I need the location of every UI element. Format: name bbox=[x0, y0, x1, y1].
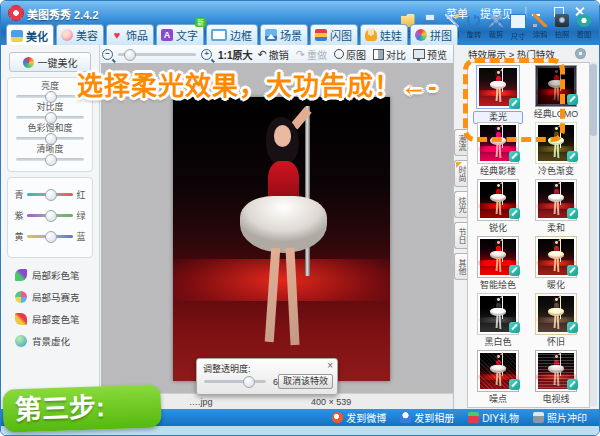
main-tab[interactable]: 闪图 bbox=[310, 24, 358, 45]
toolbar-icon bbox=[533, 14, 547, 27]
adjust-slider[interactable] bbox=[16, 116, 84, 119]
window-title: 美图秀秀 2.4.2 bbox=[27, 6, 99, 22]
actual-size-button[interactable]: 1:1原大 bbox=[218, 47, 252, 62]
local-tool-button[interactable]: 局部彩色笔 bbox=[15, 268, 99, 282]
new-badge: 新 bbox=[195, 18, 206, 27]
main-tab[interactable]: 文字 新 bbox=[156, 24, 204, 45]
original-icon bbox=[334, 49, 344, 59]
adjust-slider[interactable] bbox=[16, 95, 84, 98]
effect-thumbnail[interactable]: 柔光 bbox=[473, 65, 523, 124]
main-tab[interactable]: 拼图 bbox=[410, 24, 458, 45]
effect-thumbnail[interactable]: 怀旧 bbox=[531, 293, 581, 348]
undo-button[interactable]: ↶撤销 bbox=[258, 47, 289, 62]
slider-thumb[interactable] bbox=[45, 189, 57, 201]
toolbar-button[interactable]: 涂鸦 bbox=[529, 14, 550, 41]
effect-thumbnail[interactable]: 黑白色 bbox=[473, 293, 523, 348]
tab-icon bbox=[415, 29, 427, 41]
scrollbar-thumb[interactable] bbox=[590, 64, 597, 136]
toolbar-button[interactable]: 尺寸 bbox=[507, 14, 528, 41]
effect-category-tab[interactable]: 潮流 bbox=[454, 129, 467, 156]
tab-icon bbox=[265, 29, 277, 41]
adjust-slider[interactable] bbox=[16, 137, 84, 140]
preview-button[interactable]: 预览 bbox=[413, 47, 447, 62]
edited-photo[interactable] bbox=[173, 97, 390, 381]
compare-icon bbox=[373, 49, 384, 60]
effect-category-tab[interactable]: 时尚 bbox=[454, 160, 467, 187]
zoom-in-icon[interactable]: + bbox=[201, 49, 212, 60]
local-tool-button[interactable]: 局部变色笔 bbox=[15, 312, 99, 326]
zoom-out-icon[interactable]: − bbox=[102, 49, 113, 60]
effect-category-tab[interactable]: 节日 bbox=[454, 222, 467, 249]
effect-thumbnail[interactable]: 电视线 bbox=[531, 350, 581, 405]
apply-effect-icon[interactable] bbox=[567, 151, 578, 162]
tool-icon bbox=[15, 269, 27, 281]
beautify-icon bbox=[23, 57, 34, 68]
effects-scrollbar[interactable] bbox=[590, 62, 597, 406]
main-tab[interactable]: 边框 bbox=[206, 24, 258, 45]
main-tab[interactable]: 娃娃 bbox=[360, 24, 408, 45]
color-slider[interactable] bbox=[27, 235, 73, 238]
compare-button[interactable]: 对比 bbox=[373, 47, 406, 62]
color-label-left: 黄 bbox=[14, 230, 24, 243]
redo-button[interactable]: ↷重做 bbox=[296, 47, 327, 62]
main-tab[interactable]: 饰品 bbox=[106, 24, 154, 45]
color-label-left: 青 bbox=[14, 188, 24, 201]
apply-effect-icon[interactable] bbox=[509, 151, 520, 162]
original-button[interactable]: 原图 bbox=[334, 47, 366, 62]
toolbar-button[interactable]: 旋转 bbox=[463, 14, 484, 41]
color-slider[interactable] bbox=[27, 193, 73, 196]
effect-thumbnail[interactable]: 经典影楼 bbox=[473, 122, 523, 177]
zoom-slider-thumb[interactable] bbox=[124, 49, 136, 61]
effect-thumbnail[interactable]: 冷色渐变 bbox=[531, 122, 581, 177]
apply-effect-icon[interactable] bbox=[509, 379, 520, 390]
slider-thumb[interactable] bbox=[45, 210, 57, 222]
effect-thumbnail[interactable]: 暖化 bbox=[531, 236, 581, 291]
cancel-effect-button[interactable]: 取消该特效 bbox=[278, 374, 333, 389]
main-tab[interactable]: 场景 bbox=[260, 24, 308, 45]
opacity-slider[interactable] bbox=[204, 380, 266, 383]
toolbar-button[interactable]: 看图 bbox=[573, 14, 594, 41]
main-tab[interactable]: 美容 bbox=[56, 24, 104, 45]
share-button[interactable]: 发到相册 bbox=[400, 410, 454, 425]
effect-thumbnail[interactable]: 锐化 bbox=[473, 179, 523, 234]
local-tool-button[interactable]: 局部马赛克 bbox=[15, 290, 99, 304]
toolbar-button[interactable]: 拍照 bbox=[551, 14, 572, 41]
share-button[interactable]: DIY礼物 bbox=[468, 410, 519, 425]
zoom-slider[interactable] bbox=[118, 53, 196, 56]
apply-effect-icon[interactable] bbox=[509, 208, 520, 219]
apply-effect-icon[interactable] bbox=[567, 379, 578, 390]
effect-thumbnail[interactable]: 经典LOMO bbox=[531, 65, 581, 120]
slider-thumb[interactable] bbox=[45, 133, 57, 145]
effect-thumbnail[interactable]: 噪点 bbox=[473, 350, 523, 405]
slider-thumb[interactable] bbox=[45, 91, 57, 103]
slider-thumb[interactable] bbox=[45, 112, 57, 124]
share-button[interactable]: 照片冲印 bbox=[533, 410, 587, 425]
effect-thumbnail[interactable]: 智能绘色 bbox=[473, 236, 523, 291]
tutorial-text: 选择柔光效果，大功告成！←- bbox=[77, 65, 438, 102]
tool-icon bbox=[15, 335, 27, 347]
adjust-slider[interactable] bbox=[16, 158, 84, 161]
effect-category-tab[interactable]: 炫光 bbox=[454, 191, 467, 218]
preview-icon bbox=[413, 49, 425, 59]
apply-effect-icon[interactable] bbox=[567, 265, 578, 276]
effect-thumbnail[interactable]: 柔和 bbox=[531, 179, 581, 234]
effect-category-tab[interactable]: 其他 bbox=[454, 253, 467, 280]
toolbar-button[interactable]: 裁剪 bbox=[485, 14, 506, 41]
effects-breadcrumb: 特效展示 > 热门特效 bbox=[468, 47, 555, 61]
opacity-slider-thumb[interactable] bbox=[243, 376, 255, 388]
apply-effect-icon[interactable] bbox=[509, 265, 520, 276]
share-button[interactable]: 发到微博 bbox=[332, 410, 386, 425]
close-icon[interactable]: × bbox=[327, 360, 333, 371]
slider-thumb[interactable] bbox=[45, 154, 57, 166]
apply-effect-icon[interactable] bbox=[509, 98, 520, 109]
apply-effect-icon[interactable] bbox=[509, 322, 520, 333]
image-size: 400 × 539 bbox=[311, 397, 351, 407]
slider-thumb[interactable] bbox=[45, 231, 57, 243]
main-tab[interactable]: 美化 bbox=[6, 24, 54, 46]
gear-icon[interactable] bbox=[575, 48, 586, 59]
local-tool-button[interactable]: 背景虚化 bbox=[15, 334, 99, 348]
apply-effect-icon[interactable] bbox=[567, 208, 578, 219]
color-slider[interactable] bbox=[27, 214, 73, 217]
apply-effect-icon[interactable] bbox=[567, 322, 578, 333]
apply-effect-icon[interactable] bbox=[567, 94, 578, 105]
